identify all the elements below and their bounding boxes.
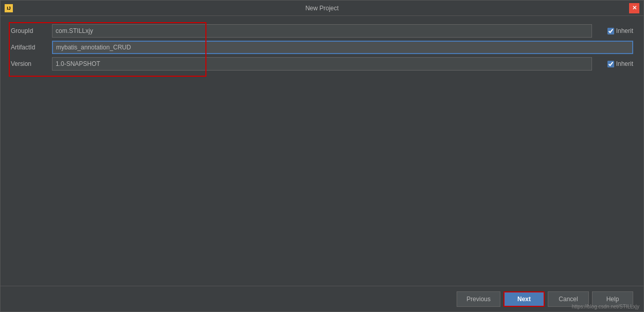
artifactid-input[interactable] xyxy=(52,41,633,54)
bottom-bar: Previous Next Cancel Help https://blog.c… xyxy=(1,286,643,311)
groupid-row: GroupId Inherit xyxy=(11,24,633,38)
version-inherit: Inherit xyxy=(607,60,633,67)
groupid-input[interactable] xyxy=(52,24,592,38)
previous-button[interactable]: Previous xyxy=(457,291,500,307)
artifactid-label: ArtifactId xyxy=(11,44,52,51)
window-title: New Project xyxy=(305,5,339,12)
close-button[interactable]: ✕ xyxy=(629,3,639,13)
watermark: https://blog.csdn.net/STILLxjy xyxy=(572,304,639,309)
groupid-label: GroupId xyxy=(11,27,52,34)
app-icon: IJ xyxy=(5,4,13,12)
artifactid-input-wrap xyxy=(52,41,633,54)
version-inherit-label: Inherit xyxy=(616,60,633,67)
groupid-inherit-label: Inherit xyxy=(616,27,633,34)
next-button[interactable]: Next xyxy=(503,291,545,307)
version-label: Version xyxy=(11,60,52,67)
version-input-wrap xyxy=(52,57,592,71)
groupid-inherit-checkbox[interactable] xyxy=(607,28,614,34)
form-container: GroupId Inherit ArtifactId Version xyxy=(11,24,633,74)
artifactid-row: ArtifactId xyxy=(11,41,633,54)
new-project-window: IJ New Project ✕ GroupId Inherit Ar xyxy=(0,0,644,312)
content-area: GroupId Inherit ArtifactId Version xyxy=(1,16,643,286)
groupid-inherit: Inherit xyxy=(607,27,633,34)
title-bar: IJ New Project ✕ xyxy=(1,1,643,16)
title-bar-left: IJ xyxy=(5,4,13,12)
groupid-input-wrap xyxy=(52,24,592,38)
version-row: Version Inherit xyxy=(11,57,633,71)
version-inherit-checkbox[interactable] xyxy=(607,61,614,67)
version-input[interactable] xyxy=(52,57,592,71)
